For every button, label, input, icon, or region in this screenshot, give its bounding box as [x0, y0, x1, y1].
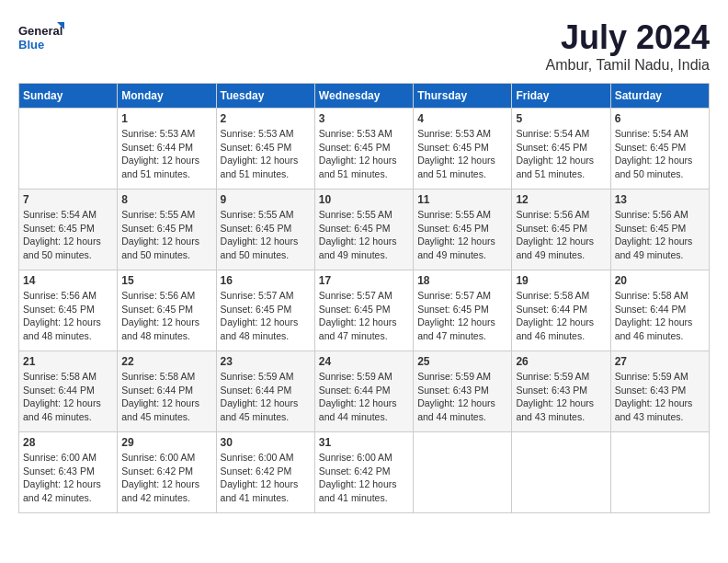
calendar-cell: 30Sunrise: 6:00 AM Sunset: 6:42 PM Dayli… — [216, 432, 314, 513]
svg-text:General: General — [18, 24, 63, 38]
day-number: 28 — [23, 436, 113, 449]
header-day-thursday: Thursday — [414, 84, 512, 109]
month-title: July 2024 — [546, 18, 710, 57]
day-number: 10 — [319, 193, 409, 206]
header-day-friday: Friday — [512, 84, 610, 109]
calendar-cell: 26Sunrise: 5:59 AM Sunset: 6:43 PM Dayli… — [512, 351, 610, 432]
day-details: Sunrise: 5:53 AM Sunset: 6:45 PM Dayligh… — [221, 127, 311, 181]
calendar-cell — [512, 432, 610, 513]
day-number: 21 — [23, 355, 113, 368]
logo-icon: General Blue — [18, 18, 64, 59]
day-details: Sunrise: 5:53 AM Sunset: 6:45 PM Dayligh… — [319, 127, 409, 181]
day-number: 24 — [319, 355, 409, 368]
day-details: Sunrise: 6:00 AM Sunset: 6:42 PM Dayligh… — [319, 451, 409, 505]
calendar-cell: 5Sunrise: 5:54 AM Sunset: 6:45 PM Daylig… — [512, 109, 610, 190]
day-details: Sunrise: 5:58 AM Sunset: 6:44 PM Dayligh… — [23, 370, 113, 424]
day-number: 6 — [615, 112, 705, 125]
calendar-cell: 11Sunrise: 5:55 AM Sunset: 6:45 PM Dayli… — [414, 190, 512, 270]
day-number: 29 — [121, 436, 211, 449]
calendar-cell: 7Sunrise: 5:54 AM Sunset: 6:45 PM Daylig… — [19, 190, 118, 270]
day-number: 13 — [615, 193, 705, 206]
day-number: 23 — [221, 355, 311, 368]
logo: General Blue — [18, 18, 64, 59]
header-row: SundayMondayTuesdayWednesdayThursdayFrid… — [19, 84, 710, 109]
day-details: Sunrise: 5:59 AM Sunset: 6:44 PM Dayligh… — [319, 370, 409, 424]
day-number: 22 — [121, 355, 211, 368]
day-number: 16 — [221, 274, 311, 287]
day-details: Sunrise: 6:00 AM Sunset: 6:42 PM Dayligh… — [221, 451, 311, 505]
day-details: Sunrise: 5:55 AM Sunset: 6:45 PM Dayligh… — [417, 208, 507, 262]
title-area: July 2024 Ambur, Tamil Nadu, India — [546, 18, 710, 74]
calendar-cell: 17Sunrise: 5:57 AM Sunset: 6:45 PM Dayli… — [314, 270, 413, 351]
week-row-1: 1Sunrise: 5:53 AM Sunset: 6:44 PM Daylig… — [19, 109, 710, 190]
week-row-3: 14Sunrise: 5:56 AM Sunset: 6:45 PM Dayli… — [19, 270, 710, 351]
day-number: 5 — [516, 112, 606, 125]
day-number: 9 — [221, 193, 311, 206]
day-number: 1 — [121, 112, 211, 125]
day-details: Sunrise: 5:55 AM Sunset: 6:45 PM Dayligh… — [121, 208, 211, 262]
day-details: Sunrise: 5:57 AM Sunset: 6:45 PM Dayligh… — [417, 289, 507, 343]
day-details: Sunrise: 5:55 AM Sunset: 6:45 PM Dayligh… — [221, 208, 311, 262]
day-number: 8 — [121, 193, 211, 206]
calendar-cell: 31Sunrise: 6:00 AM Sunset: 6:42 PM Dayli… — [314, 432, 413, 513]
day-details: Sunrise: 5:59 AM Sunset: 6:43 PM Dayligh… — [516, 370, 606, 424]
day-details: Sunrise: 5:57 AM Sunset: 6:45 PM Dayligh… — [221, 289, 311, 343]
calendar-cell: 14Sunrise: 5:56 AM Sunset: 6:45 PM Dayli… — [19, 270, 118, 351]
day-details: Sunrise: 5:56 AM Sunset: 6:45 PM Dayligh… — [516, 208, 606, 262]
day-number: 31 — [319, 436, 409, 449]
header-day-sunday: Sunday — [19, 84, 118, 109]
day-details: Sunrise: 5:54 AM Sunset: 6:45 PM Dayligh… — [615, 127, 705, 181]
calendar-cell: 3Sunrise: 5:53 AM Sunset: 6:45 PM Daylig… — [314, 109, 413, 190]
calendar-cell: 10Sunrise: 5:55 AM Sunset: 6:45 PM Dayli… — [314, 190, 413, 270]
page-header: General Blue July 2024 Ambur, Tamil Nadu… — [18, 18, 710, 74]
day-details: Sunrise: 5:59 AM Sunset: 6:43 PM Dayligh… — [615, 370, 705, 424]
calendar-cell: 15Sunrise: 5:56 AM Sunset: 6:45 PM Dayli… — [118, 270, 216, 351]
location: Ambur, Tamil Nadu, India — [546, 57, 710, 74]
day-number: 14 — [23, 274, 113, 287]
calendar-cell: 22Sunrise: 5:58 AM Sunset: 6:44 PM Dayli… — [118, 351, 216, 432]
day-number: 26 — [516, 355, 606, 368]
calendar-cell: 18Sunrise: 5:57 AM Sunset: 6:45 PM Dayli… — [414, 270, 512, 351]
day-details: Sunrise: 5:53 AM Sunset: 6:45 PM Dayligh… — [417, 127, 507, 181]
day-details: Sunrise: 5:59 AM Sunset: 6:44 PM Dayligh… — [221, 370, 311, 424]
day-number: 3 — [319, 112, 409, 125]
calendar-cell: 1Sunrise: 5:53 AM Sunset: 6:44 PM Daylig… — [118, 109, 216, 190]
calendar-cell: 9Sunrise: 5:55 AM Sunset: 6:45 PM Daylig… — [216, 190, 314, 270]
calendar-cell: 20Sunrise: 5:58 AM Sunset: 6:44 PM Dayli… — [610, 270, 709, 351]
day-number: 7 — [23, 193, 113, 206]
day-number: 18 — [417, 274, 507, 287]
header-day-monday: Monday — [118, 84, 216, 109]
header-day-wednesday: Wednesday — [314, 84, 413, 109]
calendar-cell: 23Sunrise: 5:59 AM Sunset: 6:44 PM Dayli… — [216, 351, 314, 432]
calendar-cell: 24Sunrise: 5:59 AM Sunset: 6:44 PM Dayli… — [314, 351, 413, 432]
calendar-cell — [414, 432, 512, 513]
calendar-cell: 25Sunrise: 5:59 AM Sunset: 6:43 PM Dayli… — [414, 351, 512, 432]
day-number: 2 — [221, 112, 311, 125]
calendar-cell — [610, 432, 709, 513]
day-number: 17 — [319, 274, 409, 287]
day-details: Sunrise: 5:57 AM Sunset: 6:45 PM Dayligh… — [319, 289, 409, 343]
day-details: Sunrise: 5:53 AM Sunset: 6:44 PM Dayligh… — [121, 127, 211, 181]
header-day-saturday: Saturday — [610, 84, 709, 109]
calendar-cell: 28Sunrise: 6:00 AM Sunset: 6:43 PM Dayli… — [19, 432, 118, 513]
day-details: Sunrise: 5:58 AM Sunset: 6:44 PM Dayligh… — [516, 289, 606, 343]
calendar-cell: 27Sunrise: 5:59 AM Sunset: 6:43 PM Dayli… — [610, 351, 709, 432]
calendar-cell: 4Sunrise: 5:53 AM Sunset: 6:45 PM Daylig… — [414, 109, 512, 190]
day-number: 15 — [121, 274, 211, 287]
day-number: 25 — [417, 355, 507, 368]
day-number: 19 — [516, 274, 606, 287]
day-details: Sunrise: 5:54 AM Sunset: 6:45 PM Dayligh… — [516, 127, 606, 181]
day-details: Sunrise: 5:55 AM Sunset: 6:45 PM Dayligh… — [319, 208, 409, 262]
day-number: 11 — [417, 193, 507, 206]
week-row-4: 21Sunrise: 5:58 AM Sunset: 6:44 PM Dayli… — [19, 351, 710, 432]
week-row-5: 28Sunrise: 6:00 AM Sunset: 6:43 PM Dayli… — [19, 432, 710, 513]
calendar-cell: 16Sunrise: 5:57 AM Sunset: 6:45 PM Dayli… — [216, 270, 314, 351]
day-number: 20 — [615, 274, 705, 287]
day-number: 12 — [516, 193, 606, 206]
calendar-cell: 2Sunrise: 5:53 AM Sunset: 6:45 PM Daylig… — [216, 109, 314, 190]
day-details: Sunrise: 5:58 AM Sunset: 6:44 PM Dayligh… — [615, 289, 705, 343]
calendar-cell — [19, 109, 118, 190]
day-details: Sunrise: 5:58 AM Sunset: 6:44 PM Dayligh… — [121, 370, 211, 424]
day-number: 27 — [615, 355, 705, 368]
day-details: Sunrise: 6:00 AM Sunset: 6:43 PM Dayligh… — [23, 451, 113, 505]
